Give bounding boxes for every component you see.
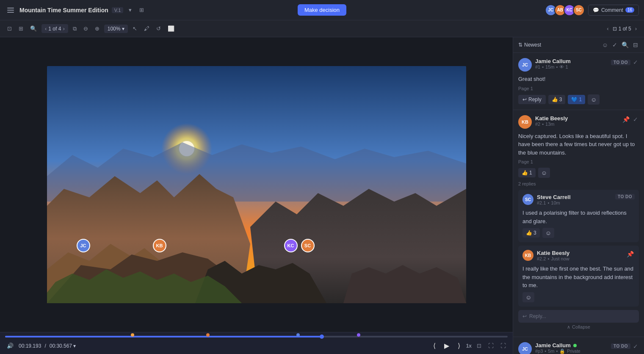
reply-block-2-2: KB Katie Beesly #2.2 • Just now 📌 bbox=[518, 246, 639, 307]
avatar: SC bbox=[573, 4, 585, 16]
comment-block-2: KB Katie Beesly #2 • 13m 📌 ✓ Nicel bbox=[513, 110, 644, 337]
like-count-2: 1 bbox=[529, 170, 532, 176]
comment-footer-1: ↩ Reply 👍 3 💙 1 ☺ bbox=[518, 94, 639, 105]
todo-badge-1: TO DO bbox=[611, 60, 630, 65]
next-frame-button[interactable]: › bbox=[633, 24, 639, 33]
controls-left: 🔊 00:19.193 / 00:30.567 ▾ bbox=[5, 342, 427, 350]
comment-meta-2: Katie Beesly #2 • 13m bbox=[535, 115, 618, 127]
emoji-button-2-2[interactable]: ☺ bbox=[522, 292, 534, 302]
online-indicator-3 bbox=[573, 344, 577, 347]
play-button[interactable]: ▶ bbox=[442, 341, 451, 351]
comment-header-2: KB Katie Beesly #2 • 13m 📌 ✓ bbox=[518, 115, 639, 129]
avatar-group: JC AB KC SC bbox=[545, 4, 585, 16]
comment-text-2: Nicely captured. Looks like a beautiful … bbox=[518, 132, 639, 157]
grid-toggle-button[interactable]: ⊞ bbox=[17, 24, 25, 33]
project-title: Mountain Time Summer Edition bbox=[19, 7, 108, 14]
check-action-2[interactable]: ✓ bbox=[632, 115, 639, 124]
comment-header-1: JC Jamie Callum #1 • 15m • 👁 1 TO DO bbox=[518, 58, 639, 72]
progress-bar[interactable] bbox=[5, 336, 508, 337]
speed-button[interactable]: 1x bbox=[466, 343, 472, 349]
next-frame-button[interactable]: ⟩ bbox=[456, 341, 462, 351]
comment-avatar-3: JC bbox=[518, 342, 532, 354]
sort-button[interactable]: ⇅ Newest bbox=[518, 42, 541, 48]
progress-fill bbox=[5, 336, 322, 337]
filter-button[interactable]: ⊟ bbox=[632, 41, 639, 49]
like-button-2-1[interactable]: 👍 3 bbox=[522, 228, 540, 238]
menu-button[interactable] bbox=[5, 6, 16, 14]
secondbar: ⊡ ⊞ 🔍 ‹ 1 of 4 › ⧉ ⊖ ⊕ 100% ▾ ↖ 🖍 ↺ ⬜ ‹ … bbox=[0, 20, 644, 37]
emoji-button-2[interactable]: ☺ bbox=[538, 168, 550, 178]
comment-author-2: Katie Beesly bbox=[535, 115, 618, 122]
reply-id-time-2-1: #2.1 • 10m bbox=[537, 200, 612, 205]
replies-count-2[interactable]: 2 replies bbox=[518, 181, 639, 186]
check-action-1[interactable]: ✓ bbox=[632, 58, 639, 66]
reply-icon-1: ↩ bbox=[522, 97, 527, 102]
comment-id-time-1: #1 • 15m • 👁 1 bbox=[535, 64, 608, 69]
reply-header-2-1: SC Steve Carrell #2.1 • 10m TO DO bbox=[522, 194, 635, 205]
comment-footer-2: 👍 1 ☺ bbox=[518, 168, 639, 178]
video-comment-2[interactable]: KB bbox=[153, 239, 166, 252]
annotation-button[interactable]: 🖍 bbox=[142, 24, 152, 33]
panel-toggle-button[interactable]: ⊡ bbox=[5, 24, 14, 33]
comment-marker bbox=[357, 333, 360, 337]
reply-author-2-1: Steve Carrell bbox=[537, 194, 612, 200]
comment-actions-2: 📌 ✓ bbox=[622, 115, 639, 124]
reply-block-2-1: SC Steve Carrell #2.1 • 10m TO DO bbox=[518, 190, 639, 242]
comment-actions-3: TO DO ✓ bbox=[611, 342, 639, 351]
check-action-3[interactable]: ✓ bbox=[632, 342, 639, 351]
comment-id-time-2: #2 • 13m bbox=[535, 122, 618, 127]
zoom-in-button[interactable]: ⊕ bbox=[93, 24, 102, 33]
make-decision-button[interactable]: Make decision bbox=[298, 4, 346, 16]
layout-icon[interactable]: ⊞ bbox=[137, 6, 146, 14]
reply-placeholder: Reply... bbox=[529, 313, 546, 319]
prev-frame-button[interactable]: ‹ bbox=[605, 24, 611, 33]
pip-button[interactable]: ⊡ bbox=[475, 342, 483, 350]
search-button[interactable]: 🔍 bbox=[28, 24, 39, 33]
heart-button-1[interactable]: 💙 1 bbox=[568, 95, 585, 104]
sort-icon: ⇅ bbox=[518, 42, 522, 48]
reply-avatar-2-1: SC bbox=[522, 194, 533, 205]
comment-text-1: Great shot! bbox=[518, 75, 639, 83]
like-button-1[interactable]: 👍 3 bbox=[548, 95, 566, 104]
reply-arrow-icon: ↩ bbox=[522, 313, 527, 319]
zoom-out-button[interactable]: ⊖ bbox=[81, 24, 90, 33]
prev-frame-button[interactable]: ⟨ bbox=[431, 341, 437, 351]
search-comments-button[interactable]: 🔍 bbox=[621, 41, 630, 49]
comment-actions-1: TO DO ✓ bbox=[611, 58, 639, 66]
progress-handle[interactable] bbox=[320, 335, 324, 339]
video-controls: 🔊 00:19.193 / 00:30.567 ▾ ⟨ ▶ ⟩ 1x ⊡ bbox=[0, 332, 513, 354]
pin-action-2-2[interactable]: 📌 bbox=[626, 250, 635, 258]
emoji-filter-button[interactable]: ☺ bbox=[601, 41, 609, 49]
comment-button[interactable]: 💬 Comment 16 bbox=[588, 5, 639, 16]
like-count-1: 3 bbox=[559, 97, 562, 102]
fullscreen-button[interactable]: ⛶ bbox=[499, 342, 508, 350]
video-comment-1[interactable]: JC bbox=[77, 239, 90, 252]
topbar: Mountain Time Summer Edition V.1 ▾ ⊞ Mak… bbox=[0, 0, 644, 20]
video-comment-3[interactable]: KC bbox=[284, 239, 298, 252]
ruler-button[interactable]: ⬜ bbox=[166, 24, 177, 33]
emoji-button-1[interactable]: ☺ bbox=[588, 94, 600, 105]
volume-button[interactable]: 🔊 bbox=[5, 342, 15, 350]
video-panel: JC KB KC SC 🔊 00:19.19 bbox=[0, 37, 513, 354]
prev-page-button[interactable]: ‹ bbox=[45, 25, 47, 32]
cursor-tool-button[interactable]: ↖ bbox=[130, 24, 139, 33]
next-page-button[interactable]: › bbox=[63, 25, 64, 32]
dropdown-chevron[interactable]: ▾ bbox=[127, 6, 134, 14]
heart-icon-1: 💙 bbox=[571, 97, 578, 102]
total-time: 00:30.567 ▾ bbox=[50, 343, 76, 349]
check-filter-button[interactable]: ✓ bbox=[611, 41, 618, 49]
reply-button-1[interactable]: ↩ Reply bbox=[518, 95, 546, 104]
video-comment-4[interactable]: SC bbox=[301, 239, 315, 252]
reply-header-2-2: KB Katie Beesly #2.2 • Just now 📌 bbox=[522, 250, 635, 261]
reply-input-2[interactable]: ↩ Reply... bbox=[518, 310, 639, 323]
compare-button[interactable]: ⧉ bbox=[71, 24, 79, 33]
like-icon-1: 👍 bbox=[552, 97, 558, 102]
like-button-2[interactable]: 👍 1 bbox=[518, 168, 536, 177]
refresh-button[interactable]: ↺ bbox=[154, 24, 163, 33]
comment-header-3: JC Jamie Callum #p3 • 5m • 🔒 Private bbox=[518, 342, 639, 354]
comments-panel: ⇅ Newest ☺ ✓ 🔍 ⊟ JC Jamie Callum #1 bbox=[513, 37, 644, 354]
emoji-button-2-1[interactable]: ☺ bbox=[542, 228, 554, 238]
fit-button[interactable]: ⛶ bbox=[486, 342, 495, 350]
collapse-button[interactable]: ∧ Collapse bbox=[518, 323, 639, 332]
pin-action-2[interactable]: 📌 bbox=[622, 115, 630, 124]
